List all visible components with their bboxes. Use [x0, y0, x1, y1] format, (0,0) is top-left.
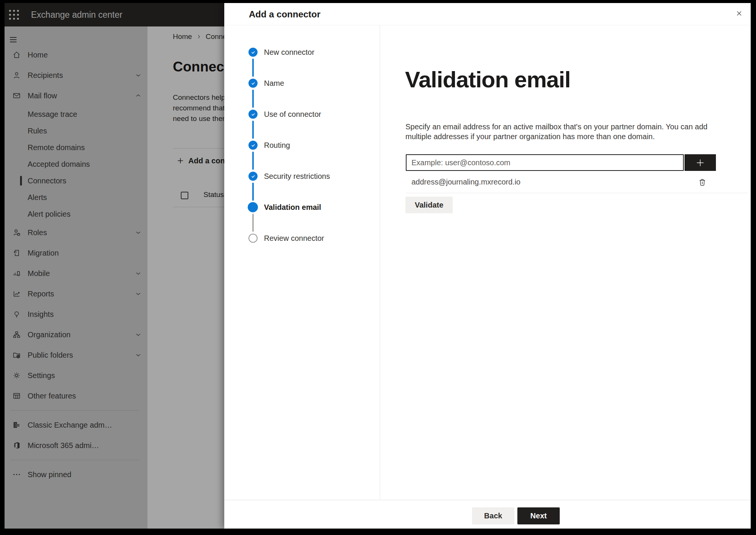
step-routing[interactable]: Routing [224, 140, 379, 150]
plus-icon [695, 158, 705, 167]
back-button[interactable]: Back [472, 507, 514, 524]
add-email-button[interactable] [685, 154, 716, 171]
step-connector-line [252, 183, 254, 201]
step-new-connector[interactable]: New connector [224, 47, 379, 57]
step-check-icon [248, 110, 258, 119]
panel-title: Add a connector [249, 9, 320, 20]
add-connector-panel: Add a connector New connector Name Use o… [224, 3, 751, 529]
step-connector-line [252, 59, 254, 77]
step-check-icon [248, 172, 258, 181]
step-connector-line [252, 90, 254, 108]
step-use-of-connector[interactable]: Use of connector [224, 109, 379, 119]
step-name[interactable]: Name [224, 78, 379, 88]
trash-icon [698, 178, 707, 187]
app-window: Exchange admin center Home Recipients [5, 3, 751, 529]
close-icon [735, 9, 743, 17]
step-connector-line [252, 152, 254, 170]
email-address-input[interactable] [406, 154, 684, 171]
step-check-icon [248, 141, 258, 150]
close-button[interactable] [733, 7, 745, 20]
step-connector-line [252, 214, 254, 232]
step-current-dot [248, 202, 258, 212]
address-list-divider [406, 193, 748, 193]
step-validation-email[interactable]: Validation email [224, 202, 379, 212]
step-todo-circle [248, 234, 258, 243]
step-check-icon [248, 79, 258, 88]
steps-divider [380, 25, 380, 500]
panel-footer-divider [224, 500, 751, 500]
step-connector-line [252, 121, 254, 139]
step-review-connector[interactable]: Review connector [224, 233, 379, 243]
wizard-page-description: Specify an email address for an active m… [405, 122, 708, 141]
delete-address-button[interactable] [696, 176, 708, 188]
wizard-page-heading: Validation email [405, 67, 571, 93]
panel-header-divider [224, 25, 751, 25]
validate-button[interactable]: Validate [405, 197, 453, 213]
next-button[interactable]: Next [517, 507, 560, 524]
step-check-icon [248, 48, 258, 57]
step-security-restrictions[interactable]: Security restrictions [224, 171, 379, 181]
added-email-address: address@journaling.mxrecord.io [411, 178, 520, 186]
